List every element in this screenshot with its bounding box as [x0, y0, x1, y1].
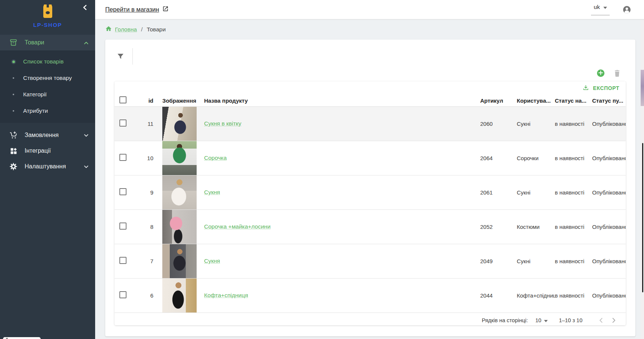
cell-publish: Опубліковано: [592, 244, 626, 278]
sidebar-item-product-create[interactable]: Створення товару: [0, 70, 95, 86]
plus-icon: [598, 71, 603, 76]
cell-availability: в наявності: [555, 141, 592, 175]
cell-sku: 2044: [480, 278, 517, 312]
sidebar-nav: Товари Список товарів Створення товару К…: [0, 35, 95, 174]
product-image: [162, 279, 197, 312]
row-checkbox[interactable]: [119, 257, 126, 264]
cell-sku: 2060: [480, 106, 517, 141]
filter-button[interactable]: [116, 52, 125, 61]
add-product-button[interactable]: [597, 69, 604, 77]
column-header-id[interactable]: id: [134, 95, 153, 106]
column-header-publish[interactable]: Статус пу...: [592, 95, 626, 106]
column-header-availability[interactable]: Статус на...: [555, 95, 592, 106]
export-label: ЕКСПОРТ: [593, 85, 619, 91]
sidebar-item-label: Список товарів: [23, 58, 63, 65]
column-header-sku[interactable]: Артикул: [480, 95, 517, 106]
home-icon: [105, 25, 112, 34]
previous-page-button[interactable]: [597, 316, 606, 325]
sidebar-item-label: Інтеграції: [25, 147, 51, 154]
table-row: 9 Сукня 2061 Сукні в наявності Опубліков…: [115, 175, 626, 209]
cell-sku: 2061: [480, 175, 517, 209]
rows-per-page-select[interactable]: 10: [535, 317, 548, 323]
export-button[interactable]: ЕКСПОРТ: [580, 84, 622, 93]
topbar: Перейти в магазин uk: [95, 0, 644, 19]
cell-availability: в наявності: [555, 244, 592, 278]
account-button[interactable]: [622, 5, 631, 14]
product-image: [162, 141, 197, 175]
cell-sku: 2064: [480, 141, 517, 175]
table-paper: ЕКСПОРТ id Зображення: [115, 81, 626, 325]
toolbar-divider: [132, 48, 133, 65]
product-link[interactable]: Сукня в квітку: [204, 120, 241, 127]
topbar-right: uk: [591, 4, 631, 15]
scrollbar-thumb[interactable]: [642, 143, 643, 292]
product-image: [162, 107, 197, 141]
product-link[interactable]: Сукня: [204, 189, 220, 195]
select-all-checkbox[interactable]: [119, 96, 126, 103]
edge-content-sliver: [641, 70, 644, 106]
product-link[interactable]: Сукня: [204, 258, 220, 264]
products-submenu: Список товарів Створення товару Категорі…: [0, 50, 95, 123]
sidebar-item-settings[interactable]: Налаштування: [0, 159, 95, 174]
sidebar-item-attributes[interactable]: Атрибути: [0, 103, 95, 119]
product-link[interactable]: Кофта+спідниця: [204, 292, 248, 298]
table-row: 6 Кофта+спідниця 2044 Кофта+спідниц в на…: [115, 278, 626, 312]
column-header-category[interactable]: Користува...: [517, 95, 555, 106]
cell-publish: Опубліковано: [592, 278, 626, 312]
breadcrumb-home-label: Головна: [115, 26, 137, 33]
cell-category: Сукні: [517, 244, 555, 278]
cell-publish: Опубліковано: [592, 175, 626, 209]
sidebar-item-integrations[interactable]: Інтеграції: [0, 143, 95, 159]
cell-category: Костюми: [517, 209, 555, 244]
row-checkbox[interactable]: [119, 119, 126, 127]
cell-category: Сорочки: [517, 141, 555, 175]
cell-availability: в наявності: [555, 278, 592, 312]
cell-publish: Опубліковано: [592, 209, 626, 244]
column-header-image[interactable]: Зображення: [153, 95, 201, 106]
cell-id: 11: [134, 106, 153, 141]
main-area: Перейти в магазин uk: [95, 0, 644, 339]
product-link[interactable]: Сорочка +майка+лосини: [204, 223, 271, 230]
select-all-cell: [115, 95, 134, 106]
cell-publish: Опубліковано: [592, 106, 626, 141]
row-checkbox[interactable]: [119, 291, 126, 298]
row-checkbox[interactable]: [119, 188, 126, 195]
export-row: ЕКСПОРТ: [115, 81, 626, 95]
sidebar-item-label: Категорії: [23, 91, 47, 98]
go-to-store-link[interactable]: Перейти в магазин: [105, 6, 169, 13]
sidebar-collapse-button[interactable]: [81, 4, 89, 12]
select-underline: [591, 15, 610, 15]
person-circle-icon: [622, 10, 631, 15]
cart-plus-icon: [9, 131, 18, 140]
cell-sku: 2052: [480, 209, 517, 244]
sidebar-item-categories[interactable]: Категорії: [0, 86, 95, 103]
row-checkbox[interactable]: [119, 154, 126, 161]
row-checkbox[interactable]: [119, 223, 126, 230]
chevron-left-icon: [82, 4, 88, 12]
sidebar-item-orders[interactable]: Замовлення: [0, 127, 95, 143]
triangle-down-icon: [603, 4, 607, 10]
cell-availability: в наявності: [555, 175, 592, 209]
bullet-icon: [9, 110, 18, 112]
language-select[interactable]: uk: [591, 4, 610, 15]
sidebar-item-product-list[interactable]: Список товарів: [0, 53, 95, 70]
store-link-label: Перейти в магазин: [105, 6, 159, 13]
shopping-bag-icon: [41, 4, 54, 20]
cell-id: 9: [134, 175, 153, 209]
next-page-button[interactable]: [609, 316, 618, 325]
product-image: [162, 175, 197, 209]
products-card: ЕКСПОРТ id Зображення: [105, 40, 635, 336]
column-header-name[interactable]: Назва продукту: [201, 95, 480, 106]
funnel-icon: [116, 56, 125, 62]
status-bar-peek: [3, 337, 41, 339]
product-link[interactable]: Сорочка: [204, 155, 227, 161]
cell-category: Сукні: [517, 175, 555, 209]
delete-button[interactable]: [613, 69, 622, 78]
cell-category: Сукні: [517, 106, 555, 141]
language-value: uk: [594, 4, 600, 10]
download-icon: [582, 84, 589, 92]
breadcrumb-home-link[interactable]: Головна: [105, 25, 137, 34]
product-image: [162, 244, 197, 278]
sidebar-item-products[interactable]: Товари: [0, 35, 95, 50]
cell-availability: в наявності: [555, 106, 592, 141]
